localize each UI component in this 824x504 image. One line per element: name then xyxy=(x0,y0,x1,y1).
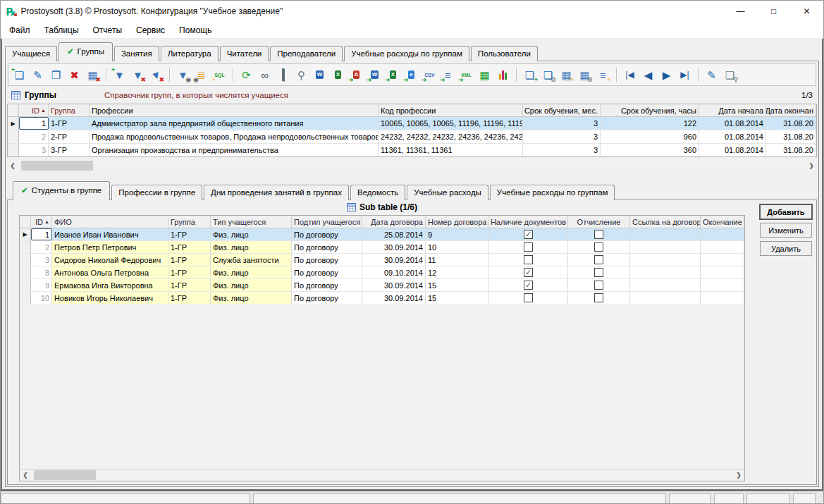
cell-type[interactable]: Физ. лицо xyxy=(211,266,292,278)
maximize-button[interactable]: □ xyxy=(757,1,790,22)
button-Изменить[interactable]: Изменить xyxy=(760,223,812,238)
column-header-ФИО[interactable]: ФИО xyxy=(52,216,168,228)
cell-months[interactable]: 3 xyxy=(523,130,601,143)
table-row[interactable]: 2Петров Петр Петрович1-ГРФиз. лицоПо дог… xyxy=(20,241,744,254)
add-record-icon[interactable]: ❏+ xyxy=(11,67,27,83)
scrollbar-thumb[interactable] xyxy=(34,470,96,480)
add-filter-icon[interactable]: ▼+ xyxy=(111,67,128,83)
cell-ending[interactable] xyxy=(701,254,744,266)
cell-id[interactable]: 2 xyxy=(31,241,52,253)
cell-professions[interactable]: Организация производства и предпринимате… xyxy=(90,144,379,156)
row-selector[interactable]: ▶ xyxy=(20,228,31,240)
table-settings-icon[interactable]: ▦⚙ xyxy=(577,67,593,83)
tab-Преподаватели[interactable]: Преподаватели xyxy=(270,46,343,61)
cell-subtype[interactable]: По договору xyxy=(292,266,362,278)
cell-number[interactable]: 15 xyxy=(426,279,489,291)
cell-docs[interactable]: ✓ xyxy=(489,279,568,291)
cell-expelled[interactable] xyxy=(568,292,630,304)
row-selector[interactable] xyxy=(8,130,19,143)
expelled-checkbox[interactable] xyxy=(594,281,603,290)
cell-months[interactable]: 3 xyxy=(523,144,601,156)
table-row[interactable]: 22-ГРПродажа продовольственных товаров, … xyxy=(8,130,816,144)
table-row[interactable]: ▶11-ГРАдминистратор зала предприятий общ… xyxy=(8,117,816,130)
export-pdf-icon[interactable]: A➜ xyxy=(348,67,364,83)
print-preview-icon[interactable]: ⚲ xyxy=(293,67,309,83)
cell-expelled[interactable] xyxy=(568,241,630,253)
edit-mode-icon[interactable]: ✎ xyxy=(703,67,720,83)
expelled-checkbox[interactable] xyxy=(594,230,603,239)
cell-link[interactable] xyxy=(630,266,701,278)
cell-id[interactable]: 8 xyxy=(31,266,52,278)
column-header-Ссылка на договор[interactable]: Ссылка на договор xyxy=(630,216,701,228)
students-h-scrollbar[interactable]: ❮ ❯ xyxy=(20,469,744,481)
cell-codes[interactable]: 24232, 24232, 24232, 24236, 24236, 24236 xyxy=(379,130,523,143)
cell-fio[interactable]: Петров Петр Петрович xyxy=(52,241,168,253)
row-selector[interactable] xyxy=(20,241,31,253)
cell-type[interactable]: Физ. лицо xyxy=(211,228,292,240)
refresh-icon[interactable]: ⟳ xyxy=(238,67,254,83)
scroll-left-icon[interactable]: ❮ xyxy=(7,160,18,171)
expelled-checkbox[interactable] xyxy=(594,255,603,264)
documents-checkbox[interactable] xyxy=(524,255,533,264)
column-header-Окончание в[interactable]: Окончание в xyxy=(701,216,744,228)
subtab-Учебные расходы по группам[interactable]: Учебные расходы по группам xyxy=(490,185,615,200)
edit-table-icon[interactable]: ▦✎ xyxy=(558,67,574,83)
tab-Занятия[interactable]: Занятия xyxy=(114,46,159,61)
cell-start[interactable]: 01.08.2014 xyxy=(699,117,766,130)
view-record-icon[interactable]: ❏⚲ xyxy=(722,67,738,83)
cell-professions[interactable]: Продажа продовольственных товаров, Прода… xyxy=(90,130,379,143)
table-row[interactable]: 3Сидоров Николай Федорович1-ГРСлужба зан… xyxy=(20,254,744,266)
cell-number[interactable]: 15 xyxy=(426,292,489,304)
table-row[interactable]: 8Антонова Ольга Петровна1-ГРФиз. лицоПо … xyxy=(20,266,744,279)
subtab-Профессии в группе[interactable]: Профессии в группе xyxy=(111,185,202,200)
column-header-Наличие документов[interactable]: Наличие документов xyxy=(489,216,568,228)
cell-date[interactable]: 25.08.2014 xyxy=(362,228,426,240)
column-header-Код профессии[interactable]: Код профессии xyxy=(379,104,523,116)
cell-docs[interactable] xyxy=(489,254,568,266)
groups-h-scrollbar[interactable]: ❮ ❯ xyxy=(7,160,817,171)
cell-hours[interactable]: 122 xyxy=(601,117,699,130)
cell-fio[interactable]: Новиков Игорь Николаевич xyxy=(52,292,168,304)
cell-subtype[interactable]: По договору xyxy=(292,228,362,240)
cell-end[interactable]: 31.08.20 xyxy=(766,130,816,143)
tab-Группы[interactable]: ✔Группы xyxy=(59,42,113,61)
button-Удалить[interactable]: Удалить xyxy=(760,241,812,256)
cell-link[interactable] xyxy=(630,279,701,291)
column-header-Дата окончан[interactable]: Дата окончан xyxy=(766,104,816,116)
column-header-Дата договора[interactable]: Дата договора xyxy=(362,216,426,228)
cell-number[interactable]: 10 xyxy=(426,241,489,253)
cell-group[interactable]: 2-ГР xyxy=(49,130,90,143)
cell-type[interactable]: Физ. лицо xyxy=(211,279,292,291)
cell-id[interactable]: 1 xyxy=(19,117,49,130)
cell-id[interactable]: 3 xyxy=(19,144,49,156)
copy-record-icon[interactable]: ❐ xyxy=(48,67,64,83)
tab-Литература[interactable]: Литература xyxy=(161,46,219,61)
scroll-right-icon[interactable]: ❯ xyxy=(806,160,817,171)
subtab-Студенты в группе[interactable]: ✔Студенты в группе xyxy=(13,181,110,200)
export-txt-icon[interactable]: ≡➜ xyxy=(440,67,456,83)
delete-rows-icon[interactable]: ▦✖ xyxy=(85,67,101,83)
cell-subtype[interactable]: По договору xyxy=(292,279,362,291)
cell-group[interactable]: 1-ГР xyxy=(49,117,90,130)
cell-end[interactable]: 31.08.20 xyxy=(766,117,816,130)
cell-group[interactable]: 1-ГР xyxy=(168,228,211,240)
cell-subtype[interactable]: По договору xyxy=(292,292,362,304)
export-excel-icon[interactable]: X➜ xyxy=(385,67,401,83)
expelled-checkbox[interactable] xyxy=(594,242,603,252)
cell-expelled[interactable] xyxy=(568,254,630,266)
row-selector[interactable] xyxy=(20,254,31,266)
prev-record-icon[interactable]: ◀ xyxy=(640,67,656,83)
menu-item-Помощь[interactable]: Помощь xyxy=(172,23,219,37)
cell-type[interactable]: Служба занятости xyxy=(211,254,292,266)
cell-fio[interactable]: Ермакова Инга Викторовна xyxy=(52,279,168,291)
cell-expelled[interactable] xyxy=(568,228,630,240)
cell-docs[interactable]: ✓ xyxy=(489,266,568,278)
print-icon[interactable] xyxy=(275,67,291,83)
delete-record-icon[interactable]: ✖ xyxy=(66,67,82,83)
column-header-ID[interactable]: ID▲ xyxy=(31,216,52,228)
cell-number[interactable]: 9 xyxy=(426,228,489,240)
close-button[interactable]: ✕ xyxy=(790,1,823,22)
cell-link[interactable] xyxy=(630,228,701,240)
column-header-Дата начала[interactable]: Дата начала xyxy=(699,104,766,116)
cell-date[interactable]: 30.09.2014 xyxy=(362,241,426,253)
